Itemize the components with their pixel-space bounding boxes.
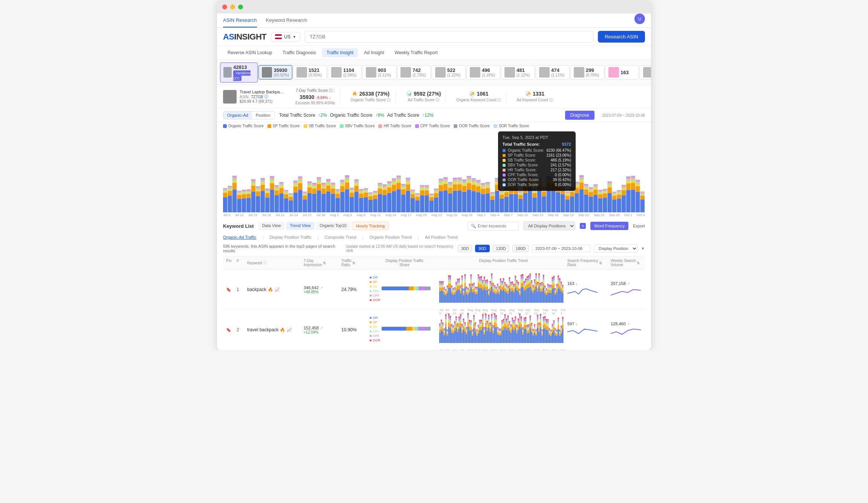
svg-rect-1117 [537, 288, 538, 291]
word-frequency-button[interactable]: Word Frequency [590, 222, 628, 230]
svg-rect-281 [387, 187, 391, 193]
svg-rect-1598 [531, 327, 532, 329]
svg-rect-245 [364, 188, 368, 189]
svg-rect-1047 [519, 291, 520, 292]
svg-rect-158 [312, 183, 316, 183]
svg-rect-1321 [463, 326, 464, 330]
svg-rect-1265 [448, 314, 449, 316]
product-item-11[interactable]: 163 [605, 65, 639, 79]
svg-rect-1305 [458, 321, 460, 322]
svg-rect-51 [251, 182, 255, 183]
link-ad-position[interactable]: Ad Position Trend [425, 235, 458, 240]
country-select[interactable]: US ▼ [271, 32, 300, 42]
svg-rect-717 [640, 192, 645, 192]
svg-rect-322 [411, 192, 415, 194]
svg-rect-1268 [450, 322, 451, 324]
product-item-0[interactable]: 42813 Variations (27) [220, 62, 258, 82]
svg-rect-449 [486, 188, 490, 194]
period-120d[interactable]: 120D [493, 245, 509, 252]
svg-rect-1685 [552, 324, 553, 325]
research-asin-button[interactable]: Research ASIN [598, 31, 645, 43]
product-item-6[interactable]: 522 (1.22%) [432, 65, 466, 79]
svg-rect-1021 [513, 290, 514, 293]
display-position-select[interactable]: All Display Positions [523, 221, 575, 230]
tab-ad-insight[interactable]: Ad Insight [359, 48, 388, 57]
svg-rect-644 [598, 191, 602, 192]
sort-icon-wsv[interactable]: ⇅ [637, 261, 640, 265]
period-90d[interactable]: 90D [475, 245, 489, 252]
svg-rect-702 [631, 176, 635, 176]
svg-rect-20 [232, 177, 237, 179]
svg-rect-507 [518, 192, 523, 193]
tab-traffic-insight[interactable]: Traffic Insight [322, 48, 358, 57]
sort-icon-impression[interactable]: ⇅ [323, 261, 326, 265]
period-180d[interactable]: 180D [512, 245, 529, 252]
link-composite-trend[interactable]: Composite Trend [325, 235, 356, 240]
sort-icon-sfr[interactable]: ⇅ [599, 261, 602, 265]
tab-traffic-diagnosis[interactable]: Traffic Diagnosis [278, 48, 321, 57]
link-organic-ad[interactable]: Organic-Ad Traffic [223, 235, 256, 240]
tooltip-label-hr: HR Traffic Score: [508, 168, 549, 172]
svg-rect-250 [368, 195, 373, 196]
info-icon[interactable]: ⓘ [264, 94, 268, 99]
svg-rect-1270 [450, 317, 451, 320]
svg-rect-985 [504, 288, 506, 291]
product-carousel: 42813 Variations (27) 35930 (83.92%) 152… [217, 60, 651, 85]
user-avatar[interactable]: U [634, 14, 645, 24]
svg-rect-1544 [518, 324, 519, 326]
svg-rect-1166 [549, 289, 550, 290]
svg-rect-414 [462, 180, 466, 180]
svg-rect-1518 [512, 329, 513, 343]
tab-reverse-asin[interactable]: Reverse ASIN Lookup [223, 48, 277, 57]
filter-icon[interactable]: ≡ [580, 223, 586, 229]
svg-rect-305 [401, 189, 405, 195]
toggle-organic-ad[interactable]: Organic-Ad [223, 111, 252, 119]
display-position-dropdown[interactable]: Display Position [594, 244, 638, 253]
product-item-5[interactable]: 742 (1.73%) [397, 65, 431, 79]
link-organic-position[interactable]: Organic Position Trend [370, 235, 412, 240]
tab-data-view[interactable]: Data View [258, 222, 285, 230]
keyword-search-box: 🔍 [468, 222, 519, 230]
svg-rect-421 [467, 177, 471, 177]
tab-organic-top10[interactable]: Organic Top10 [316, 222, 350, 230]
product-item-1[interactable]: 35930 (83.92%) [258, 65, 292, 79]
tab-weekly-traffic[interactable]: Weekly Traffic Report [390, 48, 442, 57]
asin-input[interactable] [305, 31, 593, 43]
product-item-10[interactable]: 299 (0.70%) [570, 65, 604, 79]
minimize-btn[interactable] [230, 5, 235, 9]
toggle-position[interactable]: Position [252, 111, 274, 119]
export-button[interactable]: Export [633, 224, 645, 228]
tab-hourly-tracking[interactable]: Hourly Tracking [352, 222, 389, 230]
svg-rect-685 [622, 185, 626, 186]
period-30d[interactable]: 30D [458, 245, 472, 252]
keyword-search-input[interactable] [478, 224, 515, 228]
tab-asin-research[interactable]: ASIN Research [223, 14, 257, 27]
diagnose-button[interactable]: Diagnose [565, 111, 595, 120]
svg-rect-1700 [556, 333, 557, 334]
maximize-btn[interactable] [238, 5, 243, 9]
product-item-2[interactable]: 1521 (3.55%) [293, 65, 327, 79]
link-display-position[interactable]: Display Position Traffic [270, 235, 312, 240]
product-item-12[interactable]: 82 [640, 65, 651, 79]
svg-rect-1415 [485, 314, 486, 316]
tab-trend-view[interactable]: Trend View [286, 222, 315, 230]
close-btn[interactable] [222, 5, 227, 9]
tab-keyword-research[interactable]: Keyword Research [266, 14, 307, 27]
date-range-input[interactable] [532, 245, 591, 252]
sort-icon-ratio[interactable]: ⇅ [352, 261, 355, 265]
product-item-9[interactable]: 474 (1.11%) [536, 65, 570, 79]
svg-rect-520 [528, 189, 532, 212]
svg-rect-326 [411, 190, 415, 190]
pin-1[interactable]: 🔖 [226, 287, 237, 292]
tooltip-row-3: SBV Traffic Score: 241 (2.57%) [503, 163, 571, 168]
svg-rect-1259 [447, 329, 448, 330]
svg-rect-1094 [531, 285, 532, 287]
product-item-7[interactable]: 496 (1.16%) [466, 65, 500, 79]
product-item-8[interactable]: 481 (1.12%) [501, 65, 535, 79]
pin-2[interactable]: 🔖 [226, 328, 237, 332]
svg-rect-1503 [507, 320, 509, 322]
svg-rect-1086 [530, 287, 531, 303]
product-item-3[interactable]: 1104 (2.58%) [328, 65, 362, 79]
svg-rect-1619 [535, 329, 536, 330]
product-item-4[interactable]: 903 (2.11%) [362, 65, 396, 79]
